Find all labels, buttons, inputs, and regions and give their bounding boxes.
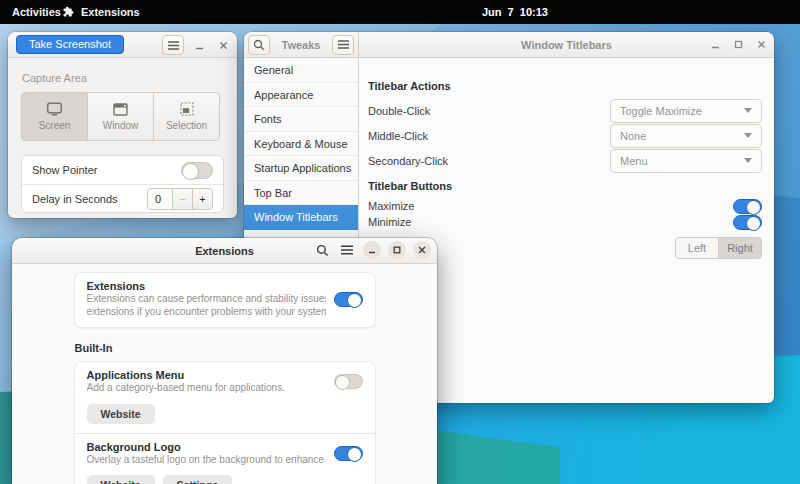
top-bar: Activities Extensions Jun 7 10:13 xyxy=(0,0,800,24)
clock[interactable]: Jun 7 10:13 xyxy=(482,0,548,24)
placement-right-button[interactable]: Right xyxy=(718,237,762,259)
maximize-icon xyxy=(393,246,401,254)
maximize-row: Maximize xyxy=(368,198,762,214)
maximize-icon xyxy=(734,40,743,49)
sidebar-item-keyboard-mouse[interactable]: Keyboard & Mouse xyxy=(244,132,358,157)
extensions-master-desc-line2: extensions if you encounter problems wit… xyxy=(87,305,326,318)
sidebar-item-window-titlebars[interactable]: Window Titlebars xyxy=(244,205,358,230)
middle-click-row: Middle-Click None xyxy=(368,123,762,148)
middle-click-value: None xyxy=(620,130,646,142)
background-logo-toggle[interactable] xyxy=(334,446,363,461)
extensions-window: Extensions xyxy=(12,238,437,484)
search-button[interactable] xyxy=(248,35,270,55)
background-logo-website-button[interactable]: Website xyxy=(87,475,155,484)
minimize-icon xyxy=(711,40,720,49)
window-mode-label: Window xyxy=(103,120,139,131)
secondary-click-dropdown[interactable]: Menu xyxy=(610,149,762,173)
menu-button[interactable] xyxy=(332,35,354,55)
search-button[interactable] xyxy=(313,241,331,259)
double-click-row: Double-Click Toggle Maximize xyxy=(368,98,762,123)
extensions-indicator-label: Extensions xyxy=(81,0,140,24)
secondary-click-row: Secondary-Click Menu xyxy=(368,148,762,173)
sidebar-item-top-bar[interactable]: Top Bar xyxy=(244,181,358,206)
maximize-button[interactable] xyxy=(729,35,747,53)
screen-icon xyxy=(46,102,63,116)
delay-decrement-button[interactable]: − xyxy=(172,188,193,210)
extensions-indicator[interactable]: Extensions xyxy=(56,0,146,24)
close-button[interactable] xyxy=(752,35,770,53)
take-screenshot-headerbar: Take Screenshot xyxy=(8,32,237,58)
screen-mode-label: Screen xyxy=(39,120,71,131)
extensions-master-title: Extensions xyxy=(87,280,326,292)
applications-menu-title: Applications Menu xyxy=(87,369,326,381)
background-logo-title: Background Logo xyxy=(87,441,326,453)
show-pointer-toggle[interactable] xyxy=(181,162,213,179)
delay-spinbutton: 0 − + xyxy=(148,188,213,210)
extensions-master-desc-line1: Extensions can cause performance and sta… xyxy=(87,292,326,305)
minimize-row: Minimize xyxy=(368,214,762,230)
maximize-toggle[interactable] xyxy=(733,199,762,214)
close-button[interactable] xyxy=(413,241,431,259)
minimize-icon xyxy=(195,41,204,50)
sidebar-item-general[interactable]: General xyxy=(244,58,358,83)
secondary-click-value: Menu xyxy=(620,155,648,167)
minimize-toggle[interactable] xyxy=(733,215,762,230)
screenshot-options-card: Show Pointer Delay in Seconds 0 − + xyxy=(21,155,224,213)
menu-button[interactable] xyxy=(338,241,356,259)
middle-click-dropdown[interactable]: None xyxy=(610,124,762,148)
close-icon xyxy=(418,246,426,254)
middle-click-label: Middle-Click xyxy=(368,130,428,142)
chevron-down-icon xyxy=(744,108,752,113)
minimize-icon xyxy=(368,246,376,254)
applications-menu-toggle[interactable] xyxy=(334,374,363,389)
take-screenshot-window: Take Screenshot Capture Area Screen xyxy=(8,32,237,218)
selection-icon xyxy=(180,102,194,116)
screen-mode-button[interactable]: Screen xyxy=(21,92,88,141)
double-click-value: Toggle Maximize xyxy=(620,105,702,117)
minimize-button[interactable] xyxy=(706,35,724,53)
close-icon xyxy=(757,40,766,49)
close-button[interactable] xyxy=(214,36,232,54)
puzzle-icon xyxy=(62,6,75,19)
capture-mode-group: Screen Window Selection xyxy=(21,92,224,141)
show-pointer-label: Show Pointer xyxy=(32,164,97,176)
maximize-label: Maximize xyxy=(368,200,414,212)
secondary-click-label: Secondary-Click xyxy=(368,155,448,167)
delay-increment-button[interactable]: + xyxy=(192,188,213,210)
search-icon xyxy=(316,244,329,257)
minimize-button[interactable] xyxy=(363,241,381,259)
delay-value[interactable]: 0 xyxy=(147,188,173,210)
search-icon xyxy=(253,39,265,51)
placement-segmented-control: Left Right xyxy=(675,237,762,259)
placement-left-button[interactable]: Left xyxy=(675,237,719,259)
background-logo-desc: Overlay a tasteful logo on the backgroun… xyxy=(87,453,326,466)
window-mode-button[interactable]: Window xyxy=(87,92,154,141)
applications-menu-website-button[interactable]: Website xyxy=(87,404,155,424)
minimize-button[interactable] xyxy=(190,36,208,54)
applications-menu-row: Applications Menu Add a category-based m… xyxy=(75,362,375,432)
sidebar-item-fonts[interactable]: Fonts xyxy=(244,107,358,132)
maximize-button[interactable] xyxy=(388,241,406,259)
double-click-label: Double-Click xyxy=(368,105,430,117)
minimize-label: Minimize xyxy=(368,216,411,228)
capture-area-label: Capture Area xyxy=(22,72,224,84)
hamburger-icon xyxy=(168,41,179,50)
delay-label: Delay in Seconds xyxy=(32,193,118,205)
menu-button[interactable] xyxy=(162,35,184,55)
background-logo-settings-button[interactable]: Settings xyxy=(163,475,232,484)
tweaks-title: Tweaks xyxy=(270,39,332,51)
panel-title: Window Titlebars xyxy=(521,39,612,51)
hamburger-icon xyxy=(341,245,353,255)
extensions-master-toggle[interactable] xyxy=(334,292,363,307)
take-screenshot-action-button[interactable]: Take Screenshot xyxy=(16,35,124,54)
sidebar-item-appearance[interactable]: Appearance xyxy=(244,83,358,108)
background-logo-row: Background Logo Overlay a tasteful logo … xyxy=(75,433,375,484)
builtin-heading: Built-In xyxy=(75,342,376,354)
double-click-dropdown[interactable]: Toggle Maximize xyxy=(610,99,762,123)
selection-mode-button[interactable]: Selection xyxy=(153,92,220,141)
titlebar-buttons-heading: Titlebar Buttons xyxy=(368,180,762,194)
show-pointer-row: Show Pointer xyxy=(22,156,223,184)
sidebar-item-startup-applications[interactable]: Startup Applications xyxy=(244,156,358,181)
applications-menu-desc: Add a category-based menu for applicatio… xyxy=(87,381,326,394)
extensions-headerbar: Extensions xyxy=(12,238,437,264)
